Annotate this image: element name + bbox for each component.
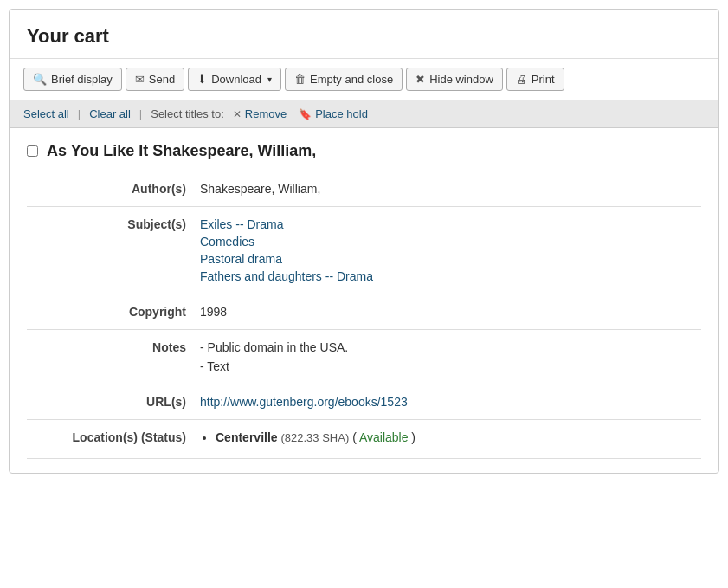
item-title: As You Like It Shakespeare, William,	[47, 142, 316, 160]
copyright-label: Copyright	[27, 294, 200, 330]
trash-icon: 🗑	[294, 73, 306, 86]
search-icon: 🔍	[33, 73, 47, 86]
subject-link-2[interactable]: Comedies	[200, 235, 701, 249]
locations-label: Location(s) (Status)	[27, 420, 200, 459]
copyright-row: Copyright 1998	[27, 294, 701, 330]
item-checkbox[interactable]	[27, 145, 38, 157]
content-area: As You Like It Shakespeare, William, Aut…	[10, 128, 718, 473]
empty-close-button[interactable]: 🗑 Empty and close	[285, 68, 403, 91]
location-name: Centerville	[216, 430, 278, 444]
location-call: (822.33 SHA)	[280, 431, 349, 444]
sel-divider: |	[78, 107, 81, 120]
copyright-value: 1998	[200, 294, 701, 330]
subject-link-1[interactable]: Exiles -- Drama	[200, 217, 701, 231]
bookmark-icon: 🔖	[299, 108, 312, 120]
sel-divider2: |	[139, 107, 142, 120]
notes-value: - Public domain in the USA. - Text	[200, 330, 701, 384]
list-item: Centerville (822.33 SHA) ( Available )	[216, 430, 701, 444]
locations-row: Location(s) (Status) Centerville (822.33…	[27, 420, 701, 459]
select-all-link[interactable]: Select all	[23, 107, 69, 120]
subjects-label: Subject(s)	[27, 207, 200, 294]
download-icon: ⬇	[197, 73, 207, 86]
urls-value: http://www.gutenberg.org/ebooks/1523	[200, 384, 701, 420]
select-titles-label: Select titles to:	[151, 107, 224, 120]
notes-row: Notes - Public domain in the USA. - Text	[27, 330, 701, 384]
subject-link-4[interactable]: Fathers and daughters -- Drama	[200, 269, 701, 283]
url-link[interactable]: http://www.gutenberg.org/ebooks/1523	[200, 395, 408, 409]
subjects-row: Subject(s) Exiles -- Drama Comedies Past…	[27, 207, 701, 294]
print-button[interactable]: 🖨 Print	[506, 68, 564, 91]
item-title-row: As You Like It Shakespeare, William,	[27, 142, 701, 160]
page-title: Your cart	[10, 10, 718, 59]
printer-icon: 🖨	[516, 73, 527, 86]
locations-value: Centerville (822.33 SHA) ( Available )	[200, 420, 701, 459]
location-status: Available	[359, 430, 409, 444]
close-circle-icon: ✖	[416, 73, 425, 86]
brief-display-button[interactable]: 🔍 Brief display	[23, 68, 122, 91]
send-button[interactable]: ✉ Send	[126, 68, 184, 91]
note-2: - Text	[200, 359, 701, 373]
note-1: - Public domain in the USA.	[200, 340, 701, 354]
authors-row: Author(s) Shakespeare, William,	[27, 171, 701, 207]
notes-label: Notes	[27, 330, 200, 384]
remove-x-icon: ✕	[233, 108, 242, 120]
envelope-icon: ✉	[135, 73, 145, 86]
authors-value: Shakespeare, William,	[200, 171, 701, 207]
subjects-value: Exiles -- Drama Comedies Pastoral drama …	[200, 207, 701, 294]
toolbar: 🔍 Brief display ✉ Send ⬇ Download ▾ 🗑 Em…	[10, 59, 718, 100]
subject-link-3[interactable]: Pastoral drama	[200, 252, 701, 266]
hide-window-button[interactable]: ✖ Hide window	[406, 68, 503, 91]
remove-link[interactable]: ✕ Remove	[233, 107, 287, 120]
detail-table: Author(s) Shakespeare, William, Subject(…	[27, 171, 701, 459]
urls-label: URL(s)	[27, 384, 200, 420]
authors-label: Author(s)	[27, 171, 200, 207]
urls-row: URL(s) http://www.gutenberg.org/ebooks/1…	[27, 384, 701, 420]
place-hold-link[interactable]: 🔖 Place hold	[299, 107, 368, 120]
download-caret-icon: ▾	[267, 74, 272, 84]
selection-bar: Select all | Clear all | Select titles t…	[10, 100, 718, 128]
clear-all-link[interactable]: Clear all	[89, 107, 131, 120]
location-list: Centerville (822.33 SHA) ( Available )	[200, 430, 701, 444]
download-button[interactable]: ⬇ Download ▾	[188, 68, 281, 91]
